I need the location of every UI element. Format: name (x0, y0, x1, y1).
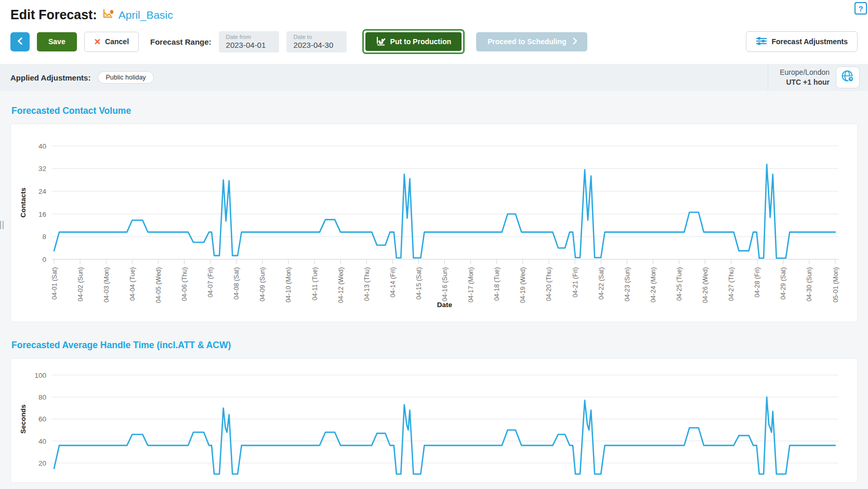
svg-text:04-26 (Wed): 04-26 (Wed) (702, 267, 709, 303)
svg-text:Seconds: Seconds (19, 404, 27, 433)
save-button[interactable]: Save (37, 32, 77, 51)
handle-time-chart-title: Forecasted Average Handle Time (incl.ATT… (11, 340, 858, 351)
svg-text:32: 32 (38, 165, 46, 173)
date-to-field[interactable]: Date to 2023-04-30 (286, 31, 347, 52)
svg-text:8: 8 (42, 233, 46, 241)
svg-text:24: 24 (38, 188, 47, 195)
svg-text:04-02 (Sun): 04-02 (Sun) (77, 267, 84, 301)
line-chart-0: 0816243240Contacts04-01 (Sat)04-02 (Sun)… (11, 124, 857, 322)
svg-text:04-18 (Tue): 04-18 (Tue) (493, 267, 501, 301)
cancel-label: Cancel (105, 37, 129, 46)
date-to-value: 2023-04-30 (294, 41, 339, 49)
forecast-adjustments-label: Forecast Adjustments (771, 37, 848, 46)
cancel-button[interactable]: ✕ Cancel (84, 32, 139, 52)
put-to-production-button[interactable]: Put to Production (365, 32, 462, 51)
svg-text:04-21 (Fri): 04-21 (Fri) (572, 267, 579, 297)
line-chart-1: 20406080100Seconds (11, 359, 857, 482)
cancel-x-icon: ✕ (94, 37, 101, 47)
svg-text:04-07 (Fri): 04-07 (Fri) (207, 267, 214, 297)
applied-adjustments-chips: Public holiday (98, 71, 153, 84)
svg-text:20: 20 (38, 459, 46, 467)
panel-resize-handle[interactable] (0, 221, 4, 229)
handle-time-chart-panel[interactable]: 20406080100Seconds (10, 358, 858, 483)
svg-text:04-25 (Tue): 04-25 (Tue) (676, 267, 683, 301)
date-to-label: Date to (294, 34, 339, 40)
svg-text:05-01 (Mon): 05-01 (Mon) (832, 267, 839, 302)
svg-text:04-13 (Thu): 04-13 (Thu) (363, 267, 371, 301)
applied-adjustments-band: Applied Adjustments: Public holiday Euro… (0, 64, 868, 91)
svg-text:60: 60 (38, 415, 46, 423)
svg-text:04-22 (Sat): 04-22 (Sat) (598, 267, 605, 300)
svg-text:100: 100 (34, 372, 46, 379)
chevron-right-icon (571, 37, 579, 47)
date-from-value: 2023-04-01 (226, 41, 272, 49)
contact-volume-chart-panel[interactable]: 0816243240Contacts04-01 (Sat)04-02 (Sun)… (10, 124, 858, 322)
svg-text:04-28 (Fri): 04-28 (Fri) (754, 267, 761, 297)
svg-text:40: 40 (38, 438, 46, 445)
production-chart-check-icon (376, 36, 386, 47)
contact-volume-chart-title: Forecasted Contact Volume (11, 105, 858, 116)
page-title: Edit Forecast: (10, 7, 97, 22)
svg-text:04-19 (Wed): 04-19 (Wed) (519, 267, 527, 303)
date-from-field[interactable]: Date from 2023-04-01 (219, 31, 279, 52)
toolbar: Save ✕ Cancel Forecast Range: Date from … (0, 31, 868, 52)
band-divider (768, 64, 768, 91)
svg-text:80: 80 (38, 393, 46, 401)
svg-text:04-14 (Fri): 04-14 (Fri) (389, 267, 397, 297)
svg-text:04-24 (Mon): 04-24 (Mon) (650, 267, 657, 302)
svg-text:04-08 (Sat): 04-08 (Sat) (233, 267, 240, 300)
svg-text:04-09 (Sun): 04-09 (Sun) (259, 267, 266, 301)
page-header: Edit Forecast: April_Basic ? (0, 0, 868, 22)
svg-text:04-03 (Mon): 04-03 (Mon) (103, 267, 110, 302)
forecast-name: April_Basic (119, 9, 173, 21)
svg-text:04-16 (Sun): 04-16 (Sun) (441, 267, 449, 301)
timezone-offset: UTC +1 hour (780, 77, 830, 87)
proceed-to-scheduling-button: Proceed to Scheduling (476, 32, 587, 51)
applied-adjustments-label: Applied Adjustments: (10, 73, 90, 82)
svg-text:04-06 (Thu): 04-06 (Thu) (181, 267, 188, 301)
svg-text:Contacts: Contacts (19, 188, 27, 218)
svg-text:04-10 (Mon): 04-10 (Mon) (285, 267, 292, 302)
svg-text:04-27 (Thu): 04-27 (Thu) (728, 267, 735, 301)
svg-text:0: 0 (42, 256, 46, 263)
page-body: Forecasted Contact Volume 0816243240Cont… (0, 91, 868, 489)
svg-text:Date: Date (437, 301, 453, 309)
proceed-label: Proceed to Scheduling (488, 37, 567, 46)
svg-text:04-12 (Wed): 04-12 (Wed) (337, 267, 345, 303)
back-button[interactable] (10, 32, 30, 51)
timezone-info: Europe/London UTC +1 hour (780, 68, 830, 87)
svg-text:04-04 (Tue): 04-04 (Tue) (129, 267, 136, 301)
svg-text:04-17 (Mon): 04-17 (Mon) (467, 267, 475, 302)
chevron-left-icon (16, 36, 25, 47)
put-to-production-label: Put to Production (390, 37, 451, 46)
svg-text:16: 16 (38, 210, 46, 218)
sliders-icon (756, 36, 767, 47)
forecast-line-series (54, 397, 835, 474)
svg-text:04-01 (Sat): 04-01 (Sat) (51, 267, 58, 300)
svg-text:04-20 (Thu): 04-20 (Thu) (545, 267, 553, 301)
forecast-adjustments-button[interactable]: Forecast Adjustments (746, 31, 858, 52)
svg-text:04-15 (Sat): 04-15 (Sat) (415, 267, 423, 300)
adjustment-chip[interactable]: Public holiday (98, 71, 153, 84)
timezone-region: Europe/London (780, 68, 830, 77)
svg-text:04-30 (Sun): 04-30 (Sun) (806, 267, 813, 301)
globe-icon (840, 70, 855, 85)
svg-text:04-11 (Tue): 04-11 (Tue) (311, 267, 319, 300)
svg-text:04-05 (Wed): 04-05 (Wed) (155, 267, 162, 303)
svg-text:04-23 (Sun): 04-23 (Sun) (624, 267, 631, 301)
help-icon[interactable]: ? (854, 2, 867, 15)
forecast-range-label: Forecast Range: (150, 37, 212, 46)
forecast-chart-icon (102, 8, 115, 22)
svg-text:40: 40 (38, 142, 46, 150)
put-to-production-highlight-ring: Put to Production (362, 29, 465, 54)
svg-text:04-29 (Sat): 04-29 (Sat) (780, 267, 787, 300)
date-from-label: Date from (226, 34, 272, 40)
forecast-line-series (54, 164, 835, 258)
forecast-name-link[interactable]: April_Basic (102, 8, 173, 22)
timezone-globe-button[interactable] (836, 67, 860, 88)
